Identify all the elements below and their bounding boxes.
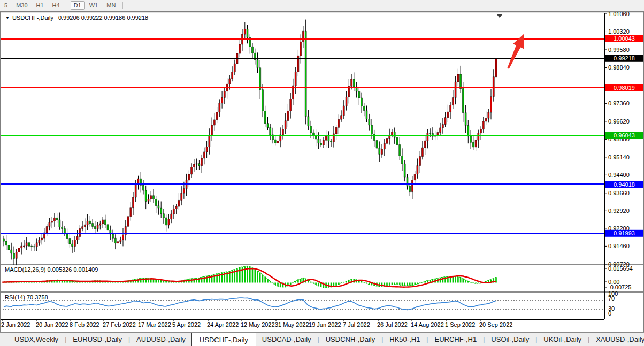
price-label-box-text: 0.94018 — [614, 181, 635, 188]
rsi-line — [4, 298, 496, 310]
timeframe-button-w1[interactable]: W1 — [86, 2, 102, 9]
chart-shift-marker-icon[interactable] — [496, 14, 503, 18]
date-label: 8 Feb 2022 — [70, 321, 99, 328]
price-tick-label: 1.01060 — [608, 11, 630, 17]
date-label: 1 Sep 2022 — [445, 321, 475, 328]
timeframe-button-h4[interactable]: H4 — [49, 2, 64, 9]
date-label: 12 May 2022 — [241, 321, 275, 328]
timeframe-button-mn[interactable]: MN — [103, 2, 119, 9]
price-tick-label: 0.97360 — [608, 100, 630, 106]
tab-audusd-daily[interactable]: AUDUSD-,Daily — [131, 333, 191, 346]
macd-axis-label: 0.015654 — [608, 265, 633, 272]
macd-axis-label: -0.00725 — [608, 284, 631, 290]
tab-hk50-h1[interactable]: HK50-,H1 — [384, 333, 426, 346]
tab-eurchf-h1[interactable]: EURCHF-,H1 — [428, 333, 482, 346]
bear-candles — [3, 29, 474, 259]
price-tick-label: 0.96620 — [608, 118, 630, 125]
macd-indicator-label: MACD(12,26,9) 0.005326 0.001409 — [5, 266, 98, 273]
tab-usdcad-daily[interactable]: USDCAD-,Daily — [256, 333, 317, 346]
chart-symbol-label: USDCHF-,Daily — [12, 14, 53, 21]
tab-ukoil-daily[interactable]: UKOil-,Daily — [538, 333, 587, 346]
date-label: 20 Jan 2022 — [36, 321, 68, 328]
tab-usoil-daily[interactable]: USOil-,Daily — [485, 333, 535, 346]
price-tick-label: 1.00320 — [608, 28, 630, 35]
chart-title: ▼USDCHF-,Daily0.99206 0.99222 0.99186 0.… — [5, 14, 148, 21]
timeframe-toolbar: 5M30H1H4D1W1MN — [0, 0, 644, 11]
price-tick-label: 0.92920 — [608, 207, 630, 214]
tab-usdcnh-daily[interactable]: USDCNH-,Daily — [320, 333, 381, 346]
price-tick-label: 0.93660 — [608, 190, 630, 196]
candle-wicks — [4, 20, 496, 266]
bull-candles — [16, 29, 497, 259]
price-tick-label: 0.99580 — [608, 47, 630, 53]
date-label: 26 Jul 2022 — [377, 321, 408, 328]
timeframe-button-d1[interactable]: D1 — [71, 1, 85, 10]
date-label: 27 Feb 2022 — [103, 321, 136, 328]
chart-canvas[interactable]: 1.010601.003200.995800.988400.973600.966… — [0, 0, 644, 346]
toolbar-separator — [122, 2, 123, 9]
date-label: 14 Aug 2022 — [411, 321, 444, 328]
price-label-box-text: 0.99218 — [614, 55, 635, 61]
toolbar-separator — [67, 2, 67, 9]
tab-usdx-weekly[interactable]: USDX,Weekly — [9, 333, 64, 346]
date-label: 19 Jun 2022 — [309, 321, 341, 328]
price-label-box-text: 0.91993 — [614, 230, 635, 236]
rsi-axis-label: 0 — [608, 310, 611, 317]
timeframe-button-5[interactable]: 5 — [1, 2, 11, 9]
tab-usdchf-daily[interactable]: USDCHF-,Daily — [191, 333, 256, 346]
timeframe-button-m30[interactable]: M30 — [12, 2, 31, 9]
date-label: 5 Apr 2022 — [172, 321, 201, 328]
timeframe-button-h1[interactable]: H1 — [33, 2, 48, 9]
date-label: 17 Mar 2022 — [138, 321, 171, 328]
price-label-box-text: 0.96043 — [614, 132, 635, 139]
price-label-box-text: 0.98019 — [614, 84, 635, 91]
tab-xauusd-daily[interactable]: XAUUSD-,Daily — [590, 333, 644, 346]
chart-ohlc-values: 0.99206 0.99222 0.99186 0.99218 — [58, 14, 148, 21]
price-tick-label: 0.95140 — [608, 154, 630, 160]
tab-eurusd-daily[interactable]: EURUSD-,Daily — [67, 333, 128, 346]
price-tick-label: 0.98840 — [608, 64, 630, 71]
date-label: 31 May 2022 — [275, 321, 309, 328]
price-label-box-text: 1.00043 — [614, 35, 635, 42]
collapse-chart-icon[interactable]: ▼ — [5, 16, 10, 20]
date-label: 20 Sep 2022 — [479, 321, 512, 328]
date-label: 7 Jul 2022 — [343, 321, 370, 328]
price-tick-label: 0.91460 — [608, 243, 630, 249]
chart-tabbar: USDX,Weekly|EURUSD-,Daily|AUDUSD-,DailyU… — [0, 332, 644, 346]
date-label: 24 Apr 2022 — [207, 321, 239, 328]
rsi-axis-label: 70 — [608, 295, 615, 302]
price-tick-label: 0.94400 — [608, 172, 630, 178]
rsi-indicator-label: RSI(14) 70.3758 — [5, 294, 48, 301]
date-label: 2 Jan 2022 — [1, 321, 30, 328]
